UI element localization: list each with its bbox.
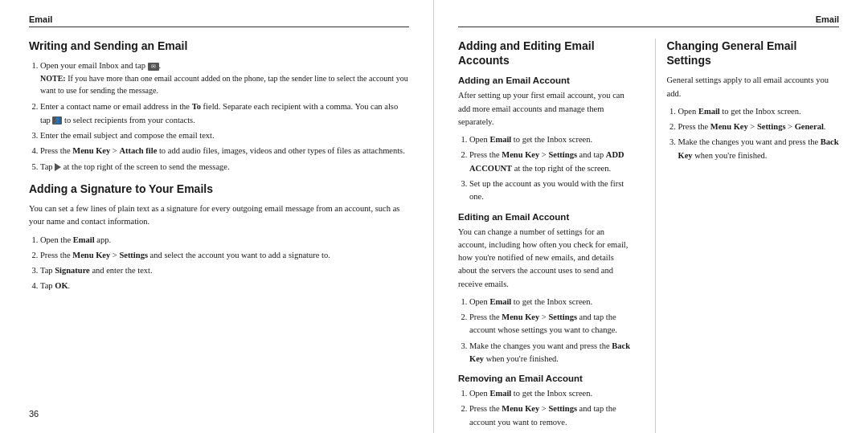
list-item: Make the changes you want and press the … bbox=[678, 136, 840, 162]
list-item: Tap at the top right of the screen to se… bbox=[40, 161, 409, 174]
list-item: Open Email to get the Inbox screen. bbox=[469, 387, 631, 400]
list-item: Press the Menu Key > Settings and tap th… bbox=[469, 311, 631, 337]
right-page: Email Adding and Editing Email Accounts … bbox=[434, 0, 868, 433]
right-header-title: Email bbox=[816, 14, 839, 24]
right-column-2: Changing General Email Settings General … bbox=[667, 39, 840, 433]
right-content: Adding and Editing Email Accounts Adding… bbox=[458, 39, 839, 433]
list-item: Press the Menu Key > Settings and tap AD… bbox=[469, 149, 631, 175]
signature-list: Open the Email app. Press the Menu Key >… bbox=[40, 234, 409, 293]
editing-account-subheading: Editing an Email Account bbox=[458, 212, 631, 222]
general-settings-list: Open Email to get the Inbox screen. Pres… bbox=[678, 105, 840, 162]
page-container: Email Writing and Sending an Email Open … bbox=[0, 0, 868, 433]
signature-heading: Adding a Signature to Your Emails bbox=[29, 182, 409, 196]
signature-desc: You can set a few lines of plain text as… bbox=[29, 202, 409, 229]
left-page-header: Email bbox=[29, 14, 409, 27]
list-item: Open Email to get the Inbox screen. bbox=[678, 105, 840, 118]
writing-list: Open your email Inbox and tap ✉. NOTE: I… bbox=[40, 59, 409, 174]
list-item: Enter the email subject and compose the … bbox=[40, 129, 409, 142]
column-divider bbox=[655, 39, 656, 433]
right-page-header: Email bbox=[458, 14, 839, 27]
editing-account-list: Open Email to get the Inbox screen. Pres… bbox=[469, 296, 631, 366]
left-header-title: Email bbox=[29, 14, 52, 24]
contacts-icon: 👤 bbox=[52, 116, 62, 125]
left-footer: 36 bbox=[29, 399, 409, 419]
list-item: Open Email to get the Inbox screen. bbox=[469, 133, 631, 146]
removing-account-list: Open Email to get the Inbox screen. Pres… bbox=[469, 387, 631, 433]
removing-account-subheading: Removing an Email Account bbox=[458, 374, 631, 383]
general-settings-desc: General settings apply to all email acco… bbox=[667, 74, 840, 100]
general-settings-heading: Changing General Email Settings bbox=[667, 39, 840, 67]
right-column-1: Adding and Editing Email Accounts Adding… bbox=[458, 39, 644, 433]
left-column-1: Writing and Sending an Email Open your e… bbox=[29, 39, 409, 399]
adding-account-desc: After setting up your first email accoun… bbox=[458, 89, 631, 129]
compose-icon: ✉ bbox=[148, 63, 159, 71]
list-item: Press the Menu Key > Settings and tap th… bbox=[469, 402, 631, 429]
left-page-number: 36 bbox=[29, 402, 39, 419]
list-item: Open your email Inbox and tap ✉. NOTE: I… bbox=[40, 59, 409, 96]
send-icon bbox=[55, 163, 61, 171]
adding-editing-heading: Adding and Editing Email Accounts bbox=[458, 39, 631, 67]
list-item: Press the Menu Key > Settings and select… bbox=[40, 249, 409, 262]
list-item: Open the Email app. bbox=[40, 234, 409, 247]
list-item: Tap Signature and enter the text. bbox=[40, 264, 409, 277]
list-item: Press the Menu Key > Settings > General. bbox=[678, 121, 840, 133]
list-item: Press the Menu Key > Attach file to add … bbox=[40, 145, 409, 157]
list-item: Make the changes you want and press the … bbox=[469, 340, 631, 366]
list-item: Open Email to get the Inbox screen. bbox=[469, 296, 631, 308]
writing-heading: Writing and Sending an Email bbox=[29, 39, 409, 53]
editing-account-desc: You can change a number of settings for … bbox=[458, 226, 631, 291]
list-item: Tap OK. bbox=[40, 280, 409, 292]
left-content: Writing and Sending an Email Open your e… bbox=[29, 39, 409, 399]
note-text: NOTE: If you have more than one email ac… bbox=[40, 72, 409, 96]
adding-account-subheading: Adding an Email Account bbox=[458, 76, 631, 85]
left-page: Email Writing and Sending an Email Open … bbox=[0, 0, 434, 433]
list-item: Set up the account as you would with the… bbox=[469, 178, 631, 204]
adding-account-list: Open Email to get the Inbox screen. Pres… bbox=[469, 133, 631, 203]
list-item: Enter a contact name or email address in… bbox=[40, 100, 409, 127]
